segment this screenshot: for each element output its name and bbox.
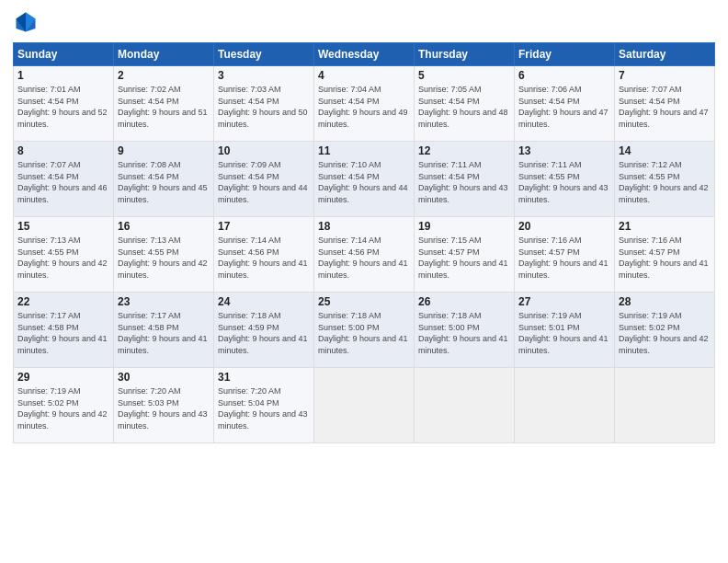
header-sunday: Sunday	[14, 43, 114, 66]
calendar-cell: 27Sunrise: 7:19 AMSunset: 5:01 PMDayligh…	[515, 293, 615, 368]
calendar-cell: 4Sunrise: 7:04 AMSunset: 4:54 PMDaylight…	[314, 66, 415, 142]
day-number: 13	[518, 144, 610, 157]
day-info: Sunrise: 7:12 AMSunset: 4:55 PMDaylight:…	[619, 160, 709, 204]
day-info: Sunrise: 7:06 AMSunset: 4:54 PMDaylight:…	[518, 85, 609, 129]
calendar-cell: 9Sunrise: 7:08 AMSunset: 4:54 PMDaylight…	[114, 142, 214, 217]
header-tuesday: Tuesday	[214, 43, 314, 66]
day-number: 15	[17, 220, 109, 233]
day-info: Sunrise: 7:08 AMSunset: 4:54 PMDaylight:…	[118, 160, 208, 204]
calendar-header: SundayMondayTuesdayWednesdayThursdayFrid…	[14, 43, 715, 66]
calendar-week-3: 15Sunrise: 7:13 AMSunset: 4:55 PMDayligh…	[14, 217, 715, 293]
day-number: 3	[218, 69, 310, 82]
day-number: 20	[518, 220, 610, 233]
day-info: Sunrise: 7:13 AMSunset: 4:55 PMDaylight:…	[17, 236, 108, 280]
day-number: 25	[318, 295, 410, 308]
day-number: 28	[619, 295, 711, 308]
calendar-cell: 1Sunrise: 7:01 AMSunset: 4:54 PMDaylight…	[14, 66, 114, 142]
logo	[13, 9, 42, 35]
day-number: 12	[418, 144, 510, 157]
day-info: Sunrise: 7:19 AMSunset: 5:01 PMDaylight:…	[518, 311, 609, 355]
day-number: 2	[118, 69, 210, 82]
day-number: 23	[118, 295, 210, 308]
calendar-cell: 7Sunrise: 7:07 AMSunset: 4:54 PMDaylight…	[615, 66, 715, 142]
calendar-cell: 14Sunrise: 7:12 AMSunset: 4:55 PMDayligh…	[615, 142, 715, 217]
calendar-cell	[415, 368, 515, 443]
day-info: Sunrise: 7:14 AMSunset: 4:56 PMDaylight:…	[318, 236, 408, 280]
day-number: 26	[418, 295, 510, 308]
calendar-cell: 22Sunrise: 7:17 AMSunset: 4:58 PMDayligh…	[14, 293, 114, 368]
day-number: 27	[518, 295, 610, 308]
day-info: Sunrise: 7:03 AMSunset: 4:54 PMDaylight:…	[218, 85, 308, 129]
calendar-cell: 30Sunrise: 7:20 AMSunset: 5:03 PMDayligh…	[114, 368, 214, 443]
day-number: 30	[118, 371, 210, 384]
day-info: Sunrise: 7:20 AMSunset: 5:04 PMDaylight:…	[218, 386, 308, 431]
day-info: Sunrise: 7:11 AMSunset: 4:54 PMDaylight:…	[418, 160, 508, 204]
calendar-week-5: 29Sunrise: 7:19 AMSunset: 5:02 PMDayligh…	[14, 368, 715, 443]
day-info: Sunrise: 7:04 AMSunset: 4:54 PMDaylight:…	[318, 85, 408, 129]
calendar-cell: 24Sunrise: 7:18 AMSunset: 4:59 PMDayligh…	[214, 293, 314, 368]
calendar-cell: 28Sunrise: 7:19 AMSunset: 5:02 PMDayligh…	[615, 293, 715, 368]
day-info: Sunrise: 7:07 AMSunset: 4:54 PMDaylight:…	[619, 85, 709, 129]
day-number: 14	[619, 144, 711, 157]
day-number: 8	[17, 144, 109, 157]
day-number: 18	[318, 220, 410, 233]
calendar-cell: 10Sunrise: 7:09 AMSunset: 4:54 PMDayligh…	[214, 142, 314, 217]
day-number: 24	[218, 295, 310, 308]
calendar-cell: 23Sunrise: 7:17 AMSunset: 4:58 PMDayligh…	[114, 293, 214, 368]
day-number: 29	[17, 371, 109, 384]
header-friday: Friday	[515, 43, 615, 66]
day-number: 9	[118, 144, 210, 157]
day-info: Sunrise: 7:05 AMSunset: 4:54 PMDaylight:…	[418, 85, 508, 129]
day-info: Sunrise: 7:18 AMSunset: 5:00 PMDaylight:…	[318, 311, 408, 355]
day-info: Sunrise: 7:16 AMSunset: 4:57 PMDaylight:…	[518, 236, 609, 280]
day-info: Sunrise: 7:14 AMSunset: 4:56 PMDaylight:…	[218, 236, 308, 280]
calendar-cell: 13Sunrise: 7:11 AMSunset: 4:55 PMDayligh…	[515, 142, 615, 217]
calendar-cell	[615, 368, 715, 443]
header-saturday: Saturday	[615, 43, 715, 66]
day-info: Sunrise: 7:20 AMSunset: 5:03 PMDaylight:…	[118, 386, 208, 431]
day-info: Sunrise: 7:16 AMSunset: 4:57 PMDaylight:…	[619, 236, 709, 280]
calendar-cell: 31Sunrise: 7:20 AMSunset: 5:04 PMDayligh…	[214, 368, 314, 443]
calendar-cell: 3Sunrise: 7:03 AMSunset: 4:54 PMDaylight…	[214, 66, 314, 142]
day-info: Sunrise: 7:18 AMSunset: 4:59 PMDaylight:…	[218, 311, 308, 355]
day-info: Sunrise: 7:15 AMSunset: 4:57 PMDaylight:…	[418, 236, 508, 280]
calendar-cell	[515, 368, 615, 443]
day-number: 31	[218, 371, 310, 384]
day-number: 22	[17, 295, 109, 308]
logo-icon	[13, 9, 39, 35]
calendar-cell: 19Sunrise: 7:15 AMSunset: 4:57 PMDayligh…	[415, 217, 515, 293]
day-number: 21	[619, 220, 711, 233]
day-info: Sunrise: 7:19 AMSunset: 5:02 PMDaylight:…	[619, 311, 709, 355]
calendar-cell: 12Sunrise: 7:11 AMSunset: 4:54 PMDayligh…	[415, 142, 515, 217]
calendar-cell: 18Sunrise: 7:14 AMSunset: 4:56 PMDayligh…	[314, 217, 415, 293]
day-info: Sunrise: 7:02 AMSunset: 4:54 PMDaylight:…	[118, 85, 208, 129]
calendar-cell: 15Sunrise: 7:13 AMSunset: 4:55 PMDayligh…	[14, 217, 114, 293]
calendar-cell: 17Sunrise: 7:14 AMSunset: 4:56 PMDayligh…	[214, 217, 314, 293]
day-info: Sunrise: 7:01 AMSunset: 4:54 PMDaylight:…	[17, 85, 108, 129]
day-info: Sunrise: 7:17 AMSunset: 4:58 PMDaylight:…	[118, 311, 208, 355]
calendar-cell: 6Sunrise: 7:06 AMSunset: 4:54 PMDaylight…	[515, 66, 615, 142]
calendar-week-1: 1Sunrise: 7:01 AMSunset: 4:54 PMDaylight…	[14, 66, 715, 142]
day-number: 5	[418, 69, 510, 82]
calendar-cell: 25Sunrise: 7:18 AMSunset: 5:00 PMDayligh…	[314, 293, 415, 368]
header-wednesday: Wednesday	[314, 43, 415, 66]
header-thursday: Thursday	[415, 43, 515, 66]
calendar-week-2: 8Sunrise: 7:07 AMSunset: 4:54 PMDaylight…	[14, 142, 715, 217]
calendar-cell: 26Sunrise: 7:18 AMSunset: 5:00 PMDayligh…	[415, 293, 515, 368]
day-number: 10	[218, 144, 310, 157]
day-info: Sunrise: 7:18 AMSunset: 5:00 PMDaylight:…	[418, 311, 508, 355]
calendar-cell: 11Sunrise: 7:10 AMSunset: 4:54 PMDayligh…	[314, 142, 415, 217]
calendar-cell: 2Sunrise: 7:02 AMSunset: 4:54 PMDaylight…	[114, 66, 214, 142]
day-info: Sunrise: 7:13 AMSunset: 4:55 PMDaylight:…	[118, 236, 208, 280]
day-number: 17	[218, 220, 310, 233]
day-info: Sunrise: 7:19 AMSunset: 5:02 PMDaylight:…	[17, 386, 108, 431]
calendar-cell	[314, 368, 415, 443]
day-number: 6	[518, 69, 610, 82]
calendar-cell: 5Sunrise: 7:05 AMSunset: 4:54 PMDaylight…	[415, 66, 515, 142]
day-info: Sunrise: 7:10 AMSunset: 4:54 PMDaylight:…	[318, 160, 408, 204]
calendar-week-4: 22Sunrise: 7:17 AMSunset: 4:58 PMDayligh…	[14, 293, 715, 368]
day-number: 4	[318, 69, 410, 82]
day-number: 1	[17, 69, 109, 82]
day-info: Sunrise: 7:17 AMSunset: 4:58 PMDaylight:…	[17, 311, 108, 355]
day-info: Sunrise: 7:09 AMSunset: 4:54 PMDaylight:…	[218, 160, 308, 204]
